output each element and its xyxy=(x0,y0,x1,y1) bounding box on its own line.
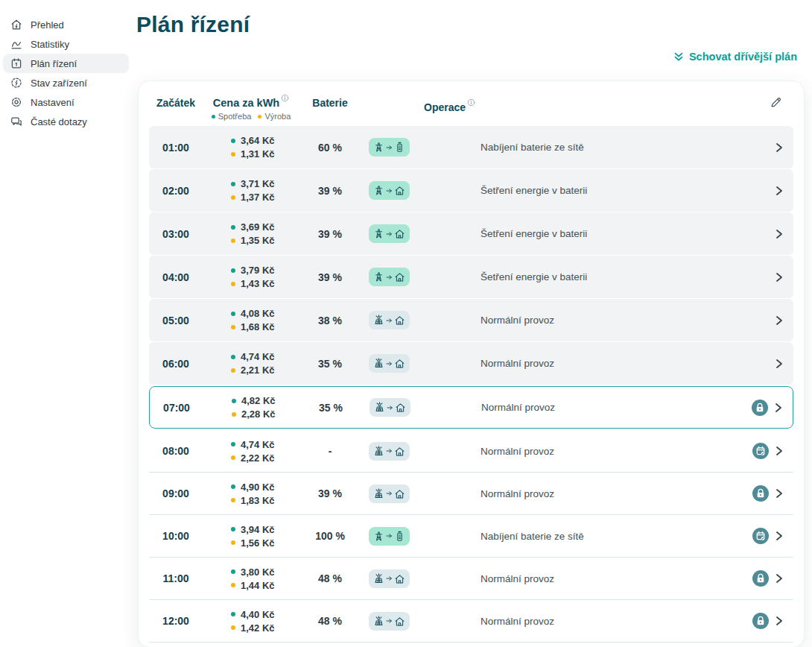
table-row[interactable]: 07:00 4,82 Kč 2,28 Kč 35 % Normální prov… xyxy=(149,386,793,429)
sidebar-item-label: Stav zařízení xyxy=(31,78,87,89)
hide-earlier-plan-label: Schovat dřívější plán xyxy=(689,51,797,63)
plan-table-card: Začátek Cena za kWh Spotřeba Výroba Bate… xyxy=(138,81,805,647)
chevron-right-icon[interactable] xyxy=(775,616,783,626)
sidebar-item-prehled[interactable]: Přehled xyxy=(3,15,129,34)
row-battery: 60 % xyxy=(299,142,361,154)
sidebar-item-plan-rizeni[interactable]: Plán řízení xyxy=(3,54,129,73)
legend-consumption-label: Spotřeba xyxy=(218,112,252,121)
sidebar-item-nastaveni[interactable]: Nastavení xyxy=(3,92,129,112)
table-rows: 01:00 3,64 Kč 1,31 Kč 60 % Nabíjení bate… xyxy=(149,126,793,643)
row-time: 04:00 xyxy=(149,271,203,283)
row-prices: 4,90 Kč 1,83 Kč xyxy=(203,482,299,506)
row-operation: Normální provoz xyxy=(417,358,775,369)
production-price: 1,37 Kč xyxy=(241,192,275,203)
sidebar-item-stav-zarizeni[interactable]: Stav zařízení xyxy=(3,73,129,92)
lock-icon xyxy=(752,485,769,502)
table-row[interactable]: 04:00 3,79 Kč 1,43 Kč 39 % Šetření energ… xyxy=(149,256,793,298)
row-operation: Normální provoz xyxy=(417,488,752,499)
solar-to-home-badge xyxy=(369,442,410,461)
sidebar-item-caste-dotazy[interactable]: Časté dotazy xyxy=(3,112,129,131)
row-battery: 39 % xyxy=(299,271,361,283)
row-operation: Nabíjení baterie ze sítě xyxy=(417,531,752,542)
production-dot xyxy=(231,625,235,630)
chevron-right-icon[interactable] xyxy=(775,573,783,584)
price-info-icon[interactable] xyxy=(281,92,289,105)
consumption-dot xyxy=(231,569,235,574)
table-row[interactable]: 06:00 4,74 Kč 2,21 Kč 35 % Normální prov… xyxy=(149,342,793,385)
chevron-right-icon[interactable] xyxy=(775,488,783,499)
row-operation: Normální provoz xyxy=(417,315,775,326)
row-prices: 4,74 Kč 2,21 Kč xyxy=(203,351,299,376)
production-dot xyxy=(231,282,235,286)
consumption-dot xyxy=(231,268,235,273)
consumption-dot xyxy=(231,612,235,616)
row-battery: 48 % xyxy=(299,572,361,584)
row-time: 12:00 xyxy=(149,615,203,627)
production-dot xyxy=(231,239,235,243)
consumption-price: 4,08 Kč xyxy=(241,308,275,319)
chevron-right-icon[interactable] xyxy=(775,229,783,239)
row-prices: 3,64 Kč 1,31 Kč xyxy=(203,135,299,160)
row-prices: 4,08 Kč 1,68 Kč xyxy=(203,308,299,332)
consumption-price: 4,90 Kč xyxy=(241,482,275,493)
consumption-price: 4,74 Kč xyxy=(241,439,275,450)
production-dot xyxy=(231,583,235,587)
row-prices: 3,79 Kč 1,43 Kč xyxy=(203,265,299,289)
production-dot xyxy=(231,325,235,329)
production-price: 1,83 Kč xyxy=(241,495,275,506)
table-row[interactable]: 08:00 4,74 Kč 2,22 Kč - Normální provoz xyxy=(149,430,793,473)
solar-to-home-badge xyxy=(369,612,410,631)
production-price: 1,42 Kč xyxy=(241,622,275,634)
column-header-operation: Operace xyxy=(361,92,770,113)
grid-to-home-badge xyxy=(369,181,410,200)
chevron-right-icon[interactable] xyxy=(775,359,783,369)
table-row[interactable]: 02:00 3,71 Kč 1,37 Kč 39 % Šetření energ… xyxy=(149,169,793,212)
chevron-right-icon[interactable] xyxy=(775,142,783,153)
chevron-right-icon[interactable] xyxy=(775,315,783,326)
chevron-right-icon[interactable] xyxy=(775,403,782,413)
row-time: 07:00 xyxy=(150,402,203,414)
chevron-right-icon[interactable] xyxy=(775,272,783,283)
chevron-right-icon[interactable] xyxy=(775,531,783,541)
grid-to-home-badge xyxy=(369,268,410,286)
lock-icon xyxy=(752,613,769,629)
consumption-dot xyxy=(231,527,235,531)
consumption-dot xyxy=(231,182,235,186)
table-row[interactable]: 12:00 4,40 Kč 1,42 Kč 48 % Normální prov… xyxy=(149,600,793,643)
consumption-price: 3,71 Kč xyxy=(241,178,275,189)
table-row[interactable]: 11:00 3,80 Kč 1,44 Kč 48 % Normální prov… xyxy=(149,558,793,600)
calendar-edit-icon xyxy=(752,443,769,459)
chevron-right-icon[interactable] xyxy=(775,186,783,196)
chevron-right-icon[interactable] xyxy=(775,446,783,456)
consumption-dot xyxy=(231,139,235,143)
pencil-icon xyxy=(770,95,783,109)
double-chevron-down-icon xyxy=(673,51,684,62)
operation-info-icon[interactable] xyxy=(467,97,475,109)
solar-to-home-badge xyxy=(369,311,410,329)
production-dot xyxy=(231,498,235,502)
grid-to-battery-badge xyxy=(369,527,410,546)
page-title: Plán řízení xyxy=(136,12,812,37)
hide-earlier-plan-link[interactable]: Schovat dřívější plán xyxy=(673,51,797,63)
column-header-price: Cena za kWh Spotřeba Výroba xyxy=(203,92,299,121)
sidebar-item-label: Přehled xyxy=(31,19,64,31)
table-row[interactable]: 03:00 3,69 Kč 1,35 Kč 39 % Šetření energ… xyxy=(149,212,793,255)
table-header: Začátek Cena za kWh Spotřeba Výroba Bate… xyxy=(149,92,793,126)
consumption-dot xyxy=(212,115,215,119)
home-bolt-icon xyxy=(10,19,22,31)
consumption-price: 4,74 Kč xyxy=(241,351,275,362)
table-row[interactable]: 10:00 3,94 Kč 1,56 Kč 100 % Nabíjení bat… xyxy=(149,515,793,558)
row-prices: 4,82 Kč 2,28 Kč xyxy=(203,395,300,420)
row-battery: 48 % xyxy=(299,615,361,627)
solar-to-home-badge xyxy=(369,354,410,373)
table-row[interactable]: 09:00 4,90 Kč 1,83 Kč 39 % Normální prov… xyxy=(149,473,793,515)
table-row[interactable]: 01:00 3,64 Kč 1,31 Kč 60 % Nabíjení bate… xyxy=(149,126,793,168)
production-dot xyxy=(258,115,261,119)
edit-plan-button[interactable] xyxy=(770,92,793,112)
table-row[interactable]: 05:00 4,08 Kč 1,68 Kč 38 % Normální prov… xyxy=(149,299,793,341)
column-header-battery: Baterie xyxy=(299,92,361,109)
row-time: 05:00 xyxy=(149,315,203,326)
price-legend: Spotřeba Výroba xyxy=(203,112,299,121)
solar-to-home-badge xyxy=(369,398,410,417)
sidebar-item-statistiky[interactable]: Statistiky xyxy=(3,34,129,54)
